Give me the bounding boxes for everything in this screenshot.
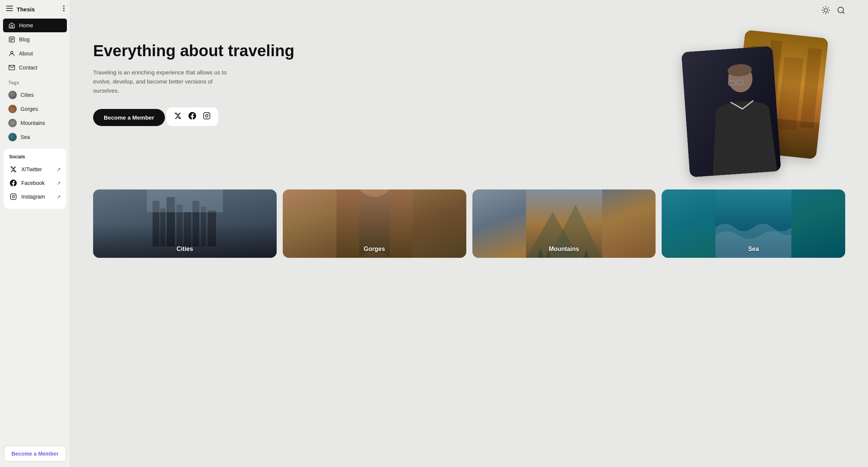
svg-line-22 bbox=[828, 8, 828, 8]
nav-item-contact[interactable]: Contact bbox=[3, 61, 67, 74]
category-card-mountains[interactable]: Mountains bbox=[472, 189, 656, 258]
hero-section: Everything about traveling Traveling is … bbox=[93, 22, 845, 189]
hero-image-front bbox=[681, 46, 781, 177]
about-icon bbox=[8, 50, 15, 57]
svg-point-3 bbox=[63, 5, 65, 7]
svg-line-24 bbox=[843, 12, 844, 13]
tag-dot-mountains bbox=[8, 119, 17, 127]
sidebar-header-left: Thesis bbox=[6, 6, 35, 13]
tag-label-gorges: Gorges bbox=[21, 106, 38, 112]
topbar bbox=[93, 0, 845, 22]
social-label-instagram: Instagram bbox=[21, 194, 45, 200]
nav-item-about[interactable]: About bbox=[3, 47, 67, 60]
home-icon bbox=[8, 22, 15, 29]
tag-dot-sea bbox=[8, 133, 17, 141]
tag-label-sea: Sea bbox=[21, 134, 30, 140]
x-icon bbox=[9, 165, 17, 174]
nav-item-blog[interactable]: Blog bbox=[3, 33, 67, 46]
nav-label-blog: Blog bbox=[19, 36, 30, 43]
hero-facebook-icon[interactable] bbox=[188, 112, 196, 121]
instagram-icon bbox=[9, 192, 17, 201]
person-image bbox=[681, 46, 781, 177]
arrow-icon-facebook: ↗ bbox=[57, 180, 61, 186]
arrow-icon-instagram: ↗ bbox=[57, 194, 61, 200]
nav-label-home: Home bbox=[19, 22, 33, 28]
hero-twitter-icon[interactable] bbox=[174, 112, 182, 121]
svg-rect-12 bbox=[11, 194, 16, 200]
tag-dot-cities bbox=[8, 91, 17, 99]
hero-text: Everything about traveling Traveling is … bbox=[93, 34, 655, 132]
category-label-sea: Sea bbox=[662, 246, 845, 252]
hero-images bbox=[686, 34, 845, 170]
tag-item-cities[interactable]: Cities bbox=[3, 88, 67, 102]
tag-item-mountains[interactable]: Mountains bbox=[3, 116, 67, 130]
category-label-cities: Cities bbox=[93, 246, 277, 252]
search-icon[interactable] bbox=[837, 6, 845, 16]
svg-rect-50 bbox=[147, 189, 223, 212]
svg-line-21 bbox=[823, 13, 824, 13]
social-left-instagram: Instagram bbox=[9, 192, 45, 201]
tags-section-label: Tags bbox=[0, 75, 70, 88]
category-card-gorges[interactable]: Gorges bbox=[283, 189, 466, 258]
svg-point-4 bbox=[63, 8, 65, 9]
nav-list: Home Blog About Contact bbox=[0, 18, 70, 75]
category-section: Cities bbox=[93, 189, 845, 273]
social-icons-card bbox=[166, 107, 218, 126]
arrow-icon-twitter: ↗ bbox=[57, 167, 61, 172]
socials-card: Socials X/Twitter ↗ Facebook ↗ bbox=[4, 149, 66, 209]
svg-rect-2 bbox=[6, 10, 13, 11]
svg-rect-1 bbox=[6, 8, 13, 9]
svg-line-18 bbox=[828, 13, 828, 13]
svg-point-14 bbox=[824, 8, 827, 12]
tag-label-cities: Cities bbox=[21, 92, 34, 98]
social-label-twitter: X/Twitter bbox=[21, 166, 42, 172]
category-card-sea[interactable]: Sea bbox=[662, 189, 845, 258]
sidebar-title: Thesis bbox=[17, 6, 35, 13]
social-label-facebook: Facebook bbox=[21, 180, 44, 186]
category-grid: Cities bbox=[93, 189, 845, 258]
facebook-icon bbox=[9, 179, 17, 187]
nav-item-home[interactable]: Home bbox=[3, 19, 67, 32]
hero-cta-button[interactable]: Become a Member bbox=[93, 109, 165, 126]
contact-icon bbox=[8, 64, 15, 71]
category-card-cities[interactable]: Cities bbox=[93, 189, 277, 258]
tag-dot-gorges bbox=[8, 105, 17, 113]
tag-item-sea[interactable]: Sea bbox=[3, 130, 67, 144]
svg-point-5 bbox=[63, 10, 65, 11]
social-item-facebook[interactable]: Facebook ↗ bbox=[9, 176, 61, 190]
svg-rect-0 bbox=[6, 6, 13, 6]
become-member-button[interactable]: Become a Member bbox=[4, 446, 66, 462]
hero-title: Everything about traveling bbox=[93, 41, 655, 60]
more-options-icon[interactable] bbox=[63, 5, 65, 13]
nav-label-about: About bbox=[19, 50, 33, 57]
svg-rect-25 bbox=[204, 113, 210, 119]
blog-icon bbox=[8, 36, 15, 43]
hero-instagram-icon[interactable] bbox=[203, 112, 211, 121]
category-label-gorges: Gorges bbox=[283, 246, 466, 252]
socials-title: Socials bbox=[9, 154, 61, 159]
sidebar-header: Thesis bbox=[0, 0, 70, 18]
social-left-twitter: X/Twitter bbox=[9, 165, 42, 174]
svg-line-17 bbox=[823, 8, 824, 8]
nav-label-contact: Contact bbox=[19, 65, 37, 71]
category-label-mountains: Mountains bbox=[472, 246, 656, 252]
social-left-facebook: Facebook bbox=[9, 179, 44, 187]
theme-toggle-icon[interactable] bbox=[822, 6, 830, 16]
tag-item-gorges[interactable]: Gorges bbox=[3, 102, 67, 116]
main-content: Everything about traveling Traveling is … bbox=[70, 0, 868, 467]
sidebar: Thesis Home Blog bbox=[0, 0, 70, 467]
hero-description: Traveling is an enriching experience tha… bbox=[93, 68, 230, 95]
social-item-twitter[interactable]: X/Twitter ↗ bbox=[9, 163, 61, 176]
svg-point-10 bbox=[11, 51, 13, 54]
menu-icon[interactable] bbox=[6, 6, 13, 13]
tags-list: Cities Gorges Mountains Sea bbox=[0, 88, 70, 144]
tag-label-mountains: Mountains bbox=[21, 120, 45, 126]
social-item-instagram[interactable]: Instagram ↗ bbox=[9, 190, 61, 204]
